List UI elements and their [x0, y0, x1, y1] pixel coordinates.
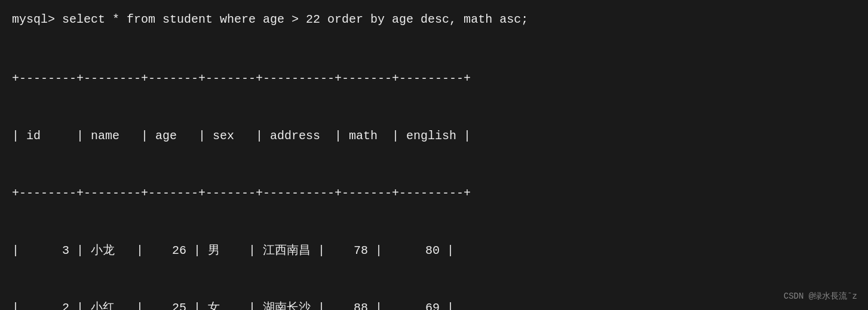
- table-output: +--------+--------+-------+-------+-----…: [12, 31, 856, 310]
- table-row-2: | 2 | 小红 | 25 | 女 | 湖南长沙 | 88 | 69 |: [12, 299, 856, 310]
- terminal-window: mysql> select * from student where age >…: [12, 11, 856, 299]
- table-row-1: | 3 | 小龙 | 26 | 男 | 江西南昌 | 78 | 80 |: [12, 241, 856, 260]
- table-header: | id | name | age | sex | address | math…: [12, 127, 856, 146]
- watermark: CSDN @绿水長流ˉz: [784, 291, 857, 302]
- table-separator-mid: +--------+--------+-------+-------+-----…: [12, 184, 856, 203]
- table-separator-top: +--------+--------+-------+-------+-----…: [12, 69, 856, 88]
- sql-command: mysql> select * from student where age >…: [12, 11, 856, 29]
